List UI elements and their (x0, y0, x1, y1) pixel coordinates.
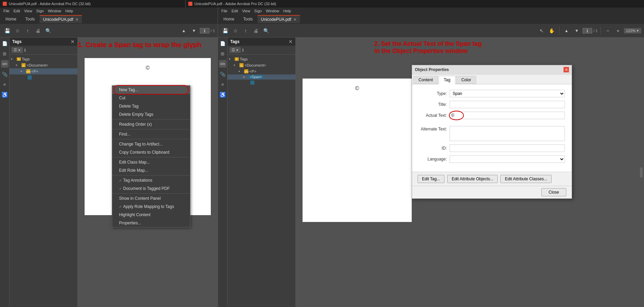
tab-home-left[interactable]: Home (1, 15, 20, 23)
upload-btn-left[interactable]: ↑ (23, 26, 32, 35)
next-page-right[interactable]: ▼ (572, 26, 581, 35)
sidebar-icon-layers[interactable]: ≡ (1, 81, 9, 88)
select-tool[interactable]: ↖ (537, 26, 546, 35)
tags-options-right[interactable]: ☰ ▼ (230, 47, 241, 53)
tab-tools-right[interactable]: Tools (239, 15, 257, 23)
menu-reading-order[interactable]: Reading Order (x) (112, 120, 190, 128)
menu-properties[interactable]: Properties... (112, 219, 190, 227)
sidebar-r-attachments[interactable]: 📎 (219, 70, 226, 78)
actual-text-input[interactable] (450, 112, 565, 119)
menu-cut[interactable]: Cut (112, 94, 190, 102)
scroll-handle[interactable] (640, 167, 643, 178)
menu-find[interactable]: Find... (112, 130, 190, 138)
menu-new-tag[interactable]: New Tag... (112, 86, 190, 94)
menu-window-right[interactable]: Window (264, 8, 281, 14)
tags-panel-close-right[interactable]: ✕ (289, 39, 293, 44)
menu-change-tag[interactable]: Change Tag to Artifact... (112, 140, 190, 148)
sidebar-r-accessibility[interactable]: ♿ (219, 91, 226, 98)
dialog-tab-tag[interactable]: Tag (439, 76, 455, 84)
edit-attribute-classes-btn[interactable]: Edit Attribute Classes... (500, 175, 552, 183)
bookmark-btn-right[interactable]: ☆ (231, 26, 240, 35)
tags-info-right[interactable]: ℹ (242, 48, 244, 53)
edit-tag-btn[interactable]: Edit Tag... (418, 175, 444, 183)
save-btn-right[interactable]: 💾 (221, 26, 230, 35)
tree-p-left[interactable]: ▾ <P> <P> (10, 68, 77, 74)
tags-options-left[interactable]: ☰ ▼ (12, 47, 23, 53)
svg-text:T: T (18, 58, 20, 61)
menu-tag-annotations[interactable]: ✓ Tag Annotations (112, 176, 190, 184)
sidebar-r-tags[interactable]: </> (219, 60, 226, 68)
menu-help-right[interactable]: Help (281, 8, 293, 14)
zoom-display[interactable]: 122% ▼ (624, 28, 641, 33)
tab-doc-right[interactable]: UnicodePUA.pdf ✕ (258, 15, 300, 23)
sidebar-icon-bookmarks[interactable]: 📄 (1, 40, 9, 47)
title-input[interactable] (450, 101, 565, 108)
menu-show-content[interactable]: Show in Content Panel (112, 194, 190, 203)
edit-attribute-objects-btn[interactable]: Edit Attribute Objects... (447, 175, 498, 183)
prev-page-left[interactable]: ▲ (179, 26, 188, 35)
menu-highlight-content[interactable]: Highlight Content (112, 211, 190, 219)
menu-apply-role[interactable]: ✓ Apply Role Mapping to Tags (112, 203, 190, 211)
print-btn-right[interactable]: 🖨 (251, 26, 260, 35)
menu-sign-left[interactable]: Sign (34, 8, 46, 14)
tab-home-right[interactable]: Home (219, 15, 238, 23)
tree-document-left[interactable]: ▾ D <Document> (10, 62, 77, 68)
menu-edit-right[interactable]: Edit (230, 8, 240, 14)
alternate-text-input[interactable] (450, 126, 565, 141)
dialog-tab-color[interactable]: Color (456, 76, 476, 84)
menu-delete-tag[interactable]: Delete Tag (112, 102, 190, 110)
tab-close-right[interactable]: ✕ (293, 17, 296, 22)
tree-tags-root-left[interactable]: ▾ T Tags (10, 56, 77, 62)
menu-help-left[interactable]: Help (63, 8, 75, 14)
menu-edit-role-map[interactable]: Edit Role Map... (112, 166, 190, 175)
tags-panel-close-left[interactable]: ✕ (71, 39, 75, 44)
tree-span-right[interactable]: ▾ <Span> (228, 74, 295, 80)
menu-delete-empty[interactable]: Delete Empty Tags (112, 110, 190, 118)
tab-close-left[interactable]: ✕ (75, 17, 78, 22)
menu-file-right[interactable]: File (219, 8, 230, 14)
tree-document-right[interactable]: ▾ D <Document> (228, 62, 295, 68)
language-select[interactable] (450, 155, 565, 163)
sidebar-icon-tags-active[interactable]: </> (1, 60, 9, 68)
menu-edit-class-map[interactable]: Edit Class Map... (112, 158, 190, 166)
zoom-out[interactable]: − (603, 26, 612, 35)
menu-file-left[interactable]: File (1, 8, 12, 14)
menu-window-left[interactable]: Window (46, 8, 63, 14)
sidebar-r-bookmarks[interactable]: 📄 (219, 40, 226, 47)
page-input-right[interactable] (583, 28, 592, 33)
search-btn-left[interactable]: 🔍 (44, 26, 53, 35)
next-page-left[interactable]: ▼ (190, 26, 199, 35)
dialog-tab-content[interactable]: Content (413, 76, 438, 84)
print-btn-left[interactable]: 🖨 (33, 26, 42, 35)
menu-copy-contents[interactable]: Copy Contents to Clipboard (112, 148, 190, 156)
bookmark-btn-left[interactable]: ☆ (13, 26, 22, 35)
menu-view-left[interactable]: View (22, 8, 34, 14)
hand-tool[interactable]: ✋ (547, 26, 556, 35)
language-label: Language: (419, 157, 450, 162)
menu-sign-right[interactable]: Sign (252, 8, 264, 14)
tab-doc-left[interactable]: UnicodePUA.pdf ✕ (40, 15, 82, 23)
sidebar-icon-pages[interactable]: ⊞ (1, 50, 9, 57)
page-input-left[interactable] (200, 28, 209, 33)
type-select[interactable]: Span (450, 90, 565, 97)
menu-view-right[interactable]: View (240, 8, 252, 14)
zoom-in[interactable]: + (614, 26, 623, 35)
sidebar-icon-accessibility[interactable]: ♿ (1, 91, 9, 98)
tree-p-right[interactable]: ▾ <P> <P> (228, 68, 295, 74)
tab-tools-left[interactable]: Tools (21, 15, 39, 23)
sidebar-r-layers[interactable]: ≡ (219, 81, 226, 88)
step1-annotation: 1. Create a Span tag to wrap the glyph (78, 41, 218, 49)
tags-info-left[interactable]: ℹ (24, 48, 26, 53)
upload-btn-right[interactable]: ↑ (241, 26, 250, 35)
sidebar-r-pages[interactable]: ⊞ (219, 50, 226, 57)
prev-page-right[interactable]: ▲ (562, 26, 571, 35)
search-btn-right[interactable]: 🔍 (262, 26, 270, 35)
menu-document-tagged[interactable]: ✓ Document is Tagged PDF (112, 184, 190, 193)
close-dialog-btn[interactable]: Close (541, 188, 566, 196)
save-btn-left[interactable]: 💾 (3, 26, 12, 35)
menu-edit-left[interactable]: Edit (12, 8, 22, 14)
sidebar-icon-attachments[interactable]: 📎 (1, 70, 9, 78)
id-input[interactable] (450, 144, 565, 152)
tree-tags-root-right[interactable]: ▾ T Tags (228, 56, 295, 62)
dialog-close-btn[interactable]: ✕ (564, 67, 569, 72)
